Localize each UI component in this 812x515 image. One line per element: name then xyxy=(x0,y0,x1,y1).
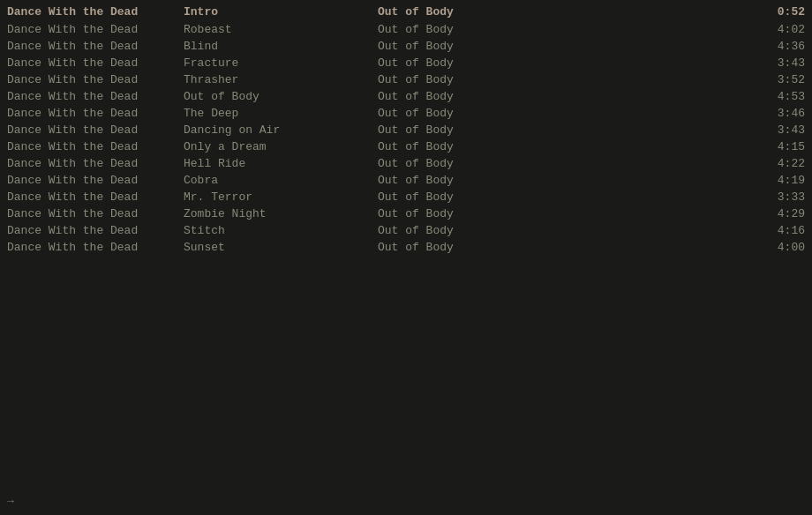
track-artist: Dance With the Dead xyxy=(7,107,184,120)
track-list: Dance With the DeadIntroOut of Body0:52D… xyxy=(0,0,812,259)
track-artist: Dance With the Dead xyxy=(7,5,184,19)
track-duration: 4:16 xyxy=(752,224,805,237)
track-duration: 3:43 xyxy=(752,123,805,137)
track-duration: 3:46 xyxy=(752,107,805,120)
track-album: Out of Body xyxy=(378,123,752,137)
track-title: Blind xyxy=(184,40,378,53)
track-duration: 3:43 xyxy=(752,56,805,70)
track-title: Stitch xyxy=(184,224,378,237)
table-row[interactable]: Dance With the DeadRobeastOut of Body4:0… xyxy=(0,21,812,38)
track-duration: 4:53 xyxy=(752,90,805,103)
track-artist: Dance With the Dead xyxy=(7,56,184,70)
table-row[interactable]: Dance With the DeadFractureOut of Body3:… xyxy=(0,55,812,71)
track-album: Out of Body xyxy=(378,107,752,120)
track-duration: 0:52 xyxy=(752,5,805,19)
track-album: Out of Body xyxy=(378,73,752,86)
track-album: Out of Body xyxy=(378,190,752,204)
track-title: Robeast xyxy=(184,23,378,36)
arrow-indicator: → xyxy=(7,495,14,508)
table-row[interactable]: Dance With the DeadBlindOut of Body4:36 xyxy=(0,38,812,55)
table-row[interactable]: Dance With the DeadStitchOut of Body4:16 xyxy=(0,222,812,239)
track-artist: Dance With the Dead xyxy=(7,40,184,53)
table-row[interactable]: Dance With the DeadOut of BodyOut of Bod… xyxy=(0,88,812,105)
table-row[interactable]: Dance With the DeadIntroOut of Body0:52 xyxy=(0,4,812,20)
track-artist: Dance With the Dead xyxy=(7,207,184,220)
track-title: Out of Body xyxy=(184,90,378,103)
track-title: Thrasher xyxy=(184,73,378,86)
track-album: Out of Body xyxy=(378,157,752,170)
track-title: Intro xyxy=(184,5,378,19)
track-title: Mr. Terror xyxy=(184,190,378,204)
track-album: Out of Body xyxy=(378,5,752,19)
track-title: Hell Ride xyxy=(184,157,378,170)
table-row[interactable]: Dance With the DeadZombie NightOut of Bo… xyxy=(0,205,812,222)
track-title: Fracture xyxy=(184,56,378,70)
track-artist: Dance With the Dead xyxy=(7,23,184,36)
track-album: Out of Body xyxy=(378,207,752,220)
track-duration: 3:33 xyxy=(752,190,805,204)
track-album: Out of Body xyxy=(378,90,752,103)
table-row[interactable]: Dance With the DeadSunsetOut of Body4:00 xyxy=(0,239,812,256)
track-album: Out of Body xyxy=(378,241,752,254)
track-album: Out of Body xyxy=(378,140,752,153)
track-title: The Deep xyxy=(184,107,378,120)
track-artist: Dance With the Dead xyxy=(7,224,184,237)
track-title: Cobra xyxy=(184,174,378,187)
track-title: Dancing on Air xyxy=(184,123,378,137)
track-album: Out of Body xyxy=(378,224,752,237)
table-row[interactable]: Dance With the DeadMr. TerrorOut of Body… xyxy=(0,189,812,205)
track-duration: 4:22 xyxy=(752,157,805,170)
track-artist: Dance With the Dead xyxy=(7,157,184,170)
table-row[interactable]: Dance With the DeadDancing on AirOut of … xyxy=(0,122,812,138)
track-artist: Dance With the Dead xyxy=(7,123,184,137)
table-row[interactable]: Dance With the DeadHell RideOut of Body4… xyxy=(0,155,812,172)
table-row[interactable]: Dance With the DeadOnly a DreamOut of Bo… xyxy=(0,138,812,155)
track-album: Out of Body xyxy=(378,56,752,70)
table-row[interactable]: Dance With the DeadThrasherOut of Body3:… xyxy=(0,71,812,88)
track-duration: 4:29 xyxy=(752,207,805,220)
track-title: Sunset xyxy=(184,241,378,254)
track-duration: 4:00 xyxy=(752,241,805,254)
track-album: Out of Body xyxy=(378,40,752,53)
track-duration: 4:36 xyxy=(752,40,805,53)
table-row[interactable]: Dance With the DeadThe DeepOut of Body3:… xyxy=(0,105,812,122)
track-duration: 4:19 xyxy=(752,174,805,187)
track-title: Zombie Night xyxy=(184,207,378,220)
table-row[interactable]: Dance With the DeadCobraOut of Body4:19 xyxy=(0,172,812,189)
track-album: Out of Body xyxy=(378,174,752,187)
track-duration: 3:52 xyxy=(752,73,805,86)
track-artist: Dance With the Dead xyxy=(7,90,184,103)
track-duration: 4:02 xyxy=(752,23,805,36)
track-duration: 4:15 xyxy=(752,140,805,153)
track-artist: Dance With the Dead xyxy=(7,241,184,254)
track-artist: Dance With the Dead xyxy=(7,140,184,153)
track-artist: Dance With the Dead xyxy=(7,73,184,86)
track-artist: Dance With the Dead xyxy=(7,174,184,187)
track-artist: Dance With the Dead xyxy=(7,190,184,204)
track-album: Out of Body xyxy=(378,23,752,36)
track-title: Only a Dream xyxy=(184,140,378,153)
